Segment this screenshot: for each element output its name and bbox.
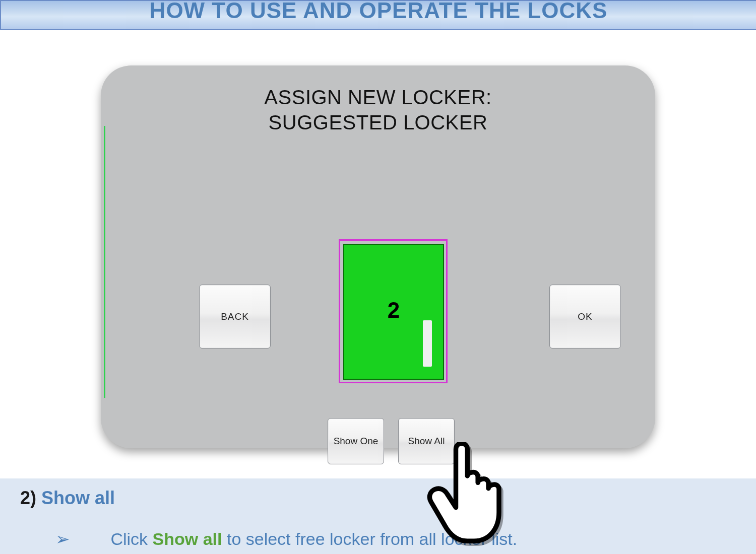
show-all-button[interactable]: Show All xyxy=(398,418,455,464)
ok-button-label: OK xyxy=(578,311,592,322)
locker-handle-icon xyxy=(423,320,432,367)
bullet-text-pre: Click xyxy=(110,529,152,548)
suggested-locker[interactable]: 2 xyxy=(343,244,444,380)
suggested-locker-number: 2 xyxy=(344,298,443,323)
show-all-button-label: Show All xyxy=(408,436,445,447)
step-heading: 2) Show all xyxy=(20,488,736,509)
instruction-bullet: ➢ Click Show all to select free locker f… xyxy=(55,529,736,549)
back-button[interactable]: BACK xyxy=(199,285,271,349)
bullet-keyword: Show all xyxy=(153,529,222,548)
panel-left-stripe xyxy=(104,126,105,398)
panel-title-line2: SUGGESTED LOCKER xyxy=(269,111,488,133)
suggested-locker-frame: 2 xyxy=(339,239,448,383)
ok-button[interactable]: OK xyxy=(549,285,621,349)
show-one-button-label: Show One xyxy=(334,436,379,447)
step-topic: Show all xyxy=(41,488,115,508)
page-title: HOW TO USE AND OPERATE THE LOCKS xyxy=(150,0,608,23)
bullet-text-post: to select free locker from all locker li… xyxy=(222,529,517,548)
page-header: HOW TO USE AND OPERATE THE LOCKS xyxy=(0,0,756,30)
step-index: 2) xyxy=(20,488,36,508)
instruction-block: 2) Show all ➢ Click Show all to select f… xyxy=(0,478,756,554)
back-button-label: BACK xyxy=(221,311,249,322)
panel-title: ASSIGN NEW LOCKER: SUGGESTED LOCKER xyxy=(101,65,655,135)
bullet-arrow-icon: ➢ xyxy=(55,529,106,549)
show-one-button[interactable]: Show One xyxy=(328,418,384,464)
kiosk-screenshot: ASSIGN NEW LOCKER: SUGGESTED LOCKER BACK… xyxy=(101,65,655,448)
kiosk-panel: ASSIGN NEW LOCKER: SUGGESTED LOCKER BACK… xyxy=(101,65,655,448)
panel-title-line1: ASSIGN NEW LOCKER: xyxy=(264,86,491,108)
